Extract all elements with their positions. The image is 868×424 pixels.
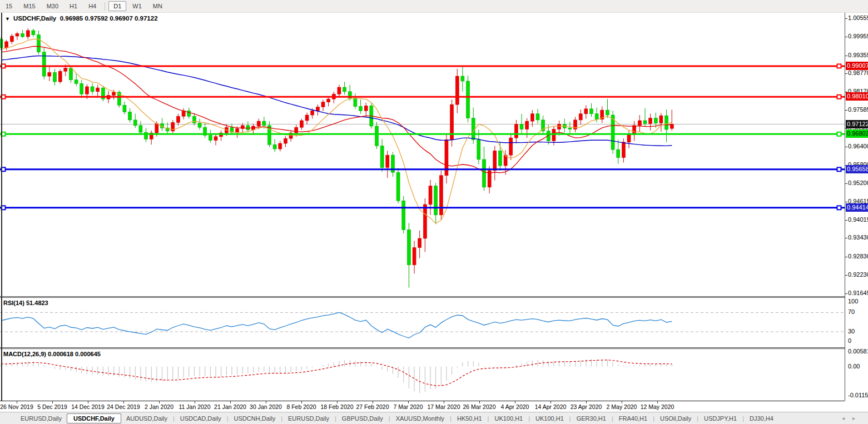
- main-chart-pane[interactable]: [0, 12, 845, 296]
- price-tick-mark: [845, 183, 847, 184]
- macd-pane[interactable]: [0, 349, 845, 401]
- price-tick-mark: [845, 128, 847, 129]
- rsi-line: [1, 312, 672, 338]
- macd-signal-line: [1, 360, 672, 386]
- tab-uk100h1[interactable]: UK100,H1: [489, 414, 528, 423]
- date-label: 14 Apr 2020: [535, 403, 567, 410]
- price-tick-label: 0.97585: [848, 106, 868, 113]
- tab-dj30h4[interactable]: DJ30,H4: [745, 414, 778, 423]
- ohlc-open: 0.96985: [60, 15, 83, 22]
- tab-xauusdmonthly[interactable]: XAUUSD,Monthly: [391, 414, 449, 423]
- date-label: 24 Dec 2019: [107, 403, 140, 410]
- timeframe-button-h4[interactable]: H4: [83, 1, 101, 11]
- date-label: 5 Dec 2019: [37, 403, 67, 410]
- tab-ger30h1[interactable]: GER30,H1: [572, 414, 611, 423]
- date-label: 7 Mar 2020: [393, 403, 423, 410]
- indicator-axis-label: 0: [848, 337, 851, 344]
- indicator-axis-label: 0.005818: [848, 348, 868, 355]
- toolbar-separator: [105, 2, 105, 11]
- tab-usdjpyh1[interactable]: USDJPY,H1: [699, 414, 742, 423]
- timeframe-button-h1[interactable]: H1: [65, 1, 82, 11]
- price-badge-0.97122: 0.97122: [846, 120, 868, 128]
- tab-eurusddaily[interactable]: EURUSD,Daily: [283, 414, 334, 423]
- tab-eurusddaily[interactable]: EURUSD,Daily: [16, 414, 67, 423]
- tab-audusddaily[interactable]: AUDUSD,Daily: [121, 414, 172, 423]
- timeframe-button-15[interactable]: 15: [1, 1, 17, 11]
- tab-usdcnhdaily[interactable]: USDCNH,Daily: [229, 414, 281, 423]
- timeframe-button-m15[interactable]: M15: [18, 1, 40, 11]
- rsi-value: 51.4823: [26, 300, 48, 306]
- macd-histogram: [1, 359, 672, 393]
- rsi-label: RSI(14) 51.4823: [3, 300, 48, 306]
- price-badge-0.94414: 0.94414: [846, 203, 868, 212]
- price-tick-label: 0.94015: [848, 216, 868, 223]
- ohlc-high: 0.97592: [85, 15, 108, 22]
- chart-tabbar: EURUSD,DailyUSDCHF,DailyAUDUSD,Daily|USD…: [0, 412, 868, 424]
- timeframe-button-m30[interactable]: M30: [42, 1, 63, 11]
- price-tick-label: 0.96400: [848, 143, 868, 149]
- chart-window[interactable]: [0, 12, 868, 412]
- date-label: 2 Jan 2020: [145, 403, 173, 410]
- price-tick-mark: [845, 56, 847, 56]
- ohlc-low: 0.96907: [110, 15, 133, 22]
- date-axis[interactable]: 26 Nov 20195 Dec 201914 Dec 201924 Dec 2…: [0, 401, 845, 412]
- indicator-axis-label: 30: [848, 328, 855, 335]
- date-label: 30 Jan 2020: [250, 403, 282, 410]
- tab-scroll-nav: ◂▸: [838, 415, 868, 421]
- macd-value: 0.000618: [48, 351, 73, 357]
- tab-scroll-right-icon[interactable]: ▸: [849, 415, 859, 421]
- line-handle[interactable]: [837, 206, 841, 209]
- line-handle[interactable]: [837, 167, 841, 171]
- price-tick-label: 0.93430: [848, 234, 868, 241]
- price-tick-label: 0.92830: [848, 253, 868, 260]
- line-handle[interactable]: [837, 95, 841, 99]
- price-tick-mark: [845, 18, 847, 19]
- date-label: 12 May 2020: [641, 403, 674, 410]
- indicator-axis-label: 70: [848, 308, 855, 315]
- date-label: 4 Apr 2020: [501, 403, 529, 410]
- date-label: 23 Apr 2020: [571, 403, 602, 410]
- tab-usdchfdaily[interactable]: USDCHF,Daily: [67, 413, 121, 423]
- price-tick-mark: [845, 238, 847, 238]
- timeframe-toolbar: 15M15M30H1H4D1W1MN: [0, 0, 868, 13]
- candles-layer: [0, 28, 673, 288]
- price-tick-mark: [845, 257, 847, 257]
- indicator-axis-label: -0.011514: [848, 392, 868, 398]
- rsi-pane[interactable]: [0, 298, 845, 347]
- date-label: 17 Mar 2020: [428, 403, 460, 410]
- line-handle[interactable]: [837, 64, 841, 68]
- tab-scroll-left-icon[interactable]: ◂: [838, 415, 849, 421]
- timeframe-button-mn[interactable]: MN: [148, 1, 167, 11]
- price-tick-label: 0.99955: [848, 33, 868, 39]
- price-badge-0.96803: 0.96803: [846, 129, 868, 138]
- tab-uk100h1[interactable]: UK100,H1: [530, 414, 569, 423]
- price-tick-mark: [845, 202, 847, 202]
- ohlc-close: 0.97122: [135, 15, 158, 22]
- chart-title: ▼USDCHF,Daily 0.96985 0.97592 0.96907 0.…: [5, 15, 158, 22]
- date-label: 26 Mar 2020: [463, 403, 496, 410]
- price-tick-mark: [845, 147, 847, 147]
- tab-usoildaily[interactable]: USOil,Daily: [655, 414, 696, 423]
- date-label: 11 Jan 2020: [178, 403, 210, 410]
- price-tick-label: 0.91645: [848, 290, 868, 296]
- chart-left-border: [1, 12, 2, 401]
- tab-usdcaddaily[interactable]: USDCAD,Daily: [175, 414, 226, 423]
- price-axis[interactable]: 1.005550.999550.993550.987700.981700.975…: [845, 12, 868, 401]
- date-label: 21 Jan 2020: [214, 403, 246, 410]
- price-tick-mark: [845, 37, 847, 37]
- date-label: 26 Nov 2019: [0, 403, 33, 410]
- timeframe-button-d1[interactable]: D1: [108, 1, 126, 11]
- tab-gbpusddaily[interactable]: GBPUSD,Daily: [337, 414, 388, 423]
- symbol-collapse-icon[interactable]: ▼: [5, 16, 10, 22]
- chart-symbol: USDCHF,Daily: [13, 15, 56, 22]
- price-tick-label: 0.98770: [848, 69, 868, 76]
- price-tick-mark: [845, 110, 847, 111]
- timeframe-button-w1[interactable]: W1: [127, 1, 147, 11]
- date-label: 14 Dec 2019: [71, 403, 105, 410]
- price-tick-label: 0.92230: [848, 271, 868, 278]
- tab-fra40h1[interactable]: FRA40,H1: [614, 414, 652, 423]
- tab-hk50h1[interactable]: HK50,H1: [452, 414, 487, 423]
- date-label: 2 May 2020: [607, 403, 637, 410]
- indicator-axis-label: 0.00: [848, 363, 860, 370]
- line-handle[interactable]: [837, 132, 841, 136]
